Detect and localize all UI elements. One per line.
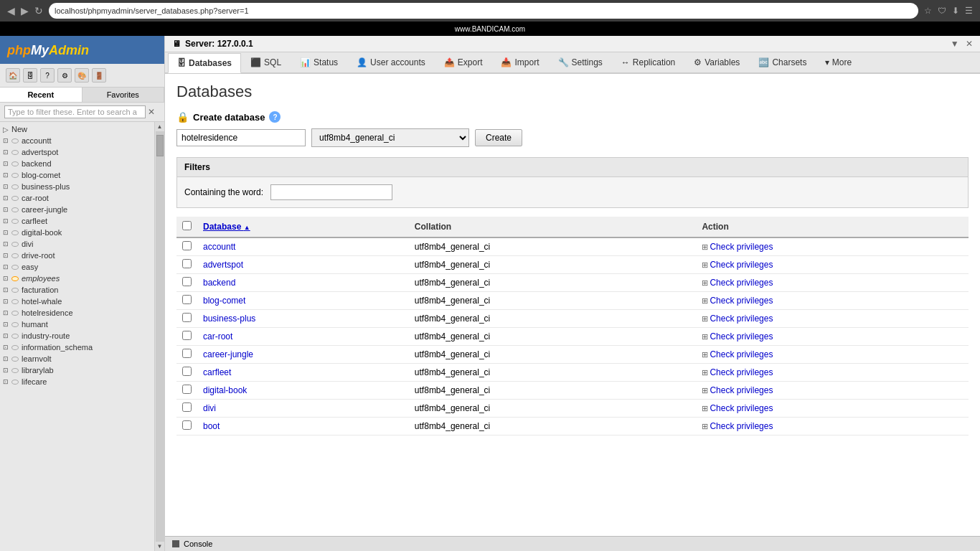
check-privileges-link[interactable]: Check privileges [710, 349, 773, 359]
row-checkbox[interactable] [182, 295, 192, 304]
menu-icon[interactable]: ☰ [965, 6, 973, 16]
sidebar-item-employees[interactable]: ⊡ employees [0, 273, 154, 284]
scrollbar-up-btn[interactable]: ▲ [156, 122, 164, 131]
row-checkbox[interactable] [182, 349, 192, 358]
tab-import[interactable]: 📥 Import [491, 52, 548, 72]
sidebar-item-humant[interactable]: ⊡ humant [0, 319, 154, 330]
row-checkbox[interactable] [182, 331, 192, 340]
db-name-link[interactable]: accountt [203, 242, 235, 252]
sidebar-item-new[interactable]: ▷ New [0, 123, 154, 135]
forward-button[interactable]: ▶ [21, 5, 29, 17]
row-checkbox[interactable] [182, 241, 192, 250]
row-checkbox[interactable] [182, 277, 192, 286]
row-checkbox[interactable] [182, 313, 192, 322]
filters-header[interactable]: Filters [177, 158, 968, 177]
tab-sql[interactable]: ⬛ SQL [241, 52, 291, 72]
sidebar-item-divi[interactable]: ⊡ divi [0, 238, 154, 250]
sidebar-item-drive-root[interactable]: ⊡ drive-root [0, 250, 154, 261]
tab-charsets[interactable]: 🔤 Charsets [749, 52, 816, 72]
back-button[interactable]: ◀ [7, 5, 15, 17]
tab-user-accounts[interactable]: 👤 User accounts [347, 52, 435, 72]
tab-recent[interactable]: Recent [0, 88, 83, 102]
theme-icon[interactable]: 🎨 [75, 68, 89, 83]
check-privileges-link[interactable]: Check privileges [710, 367, 773, 377]
tab-databases[interactable]: 🗄 Databases [168, 53, 241, 73]
sidebar-item-car-root[interactable]: ⊡ car-root [0, 192, 154, 204]
sidebar-item-lifecare[interactable]: ⊡ lifecare [0, 376, 154, 387]
close-icon[interactable]: ✕ [966, 39, 973, 49]
scrollbar-thumb[interactable] [156, 135, 164, 156]
sidebar-item-digital-book[interactable]: ⊡ digital-book [0, 227, 154, 238]
logout-icon[interactable]: 🚪 [92, 68, 106, 83]
db-name-link[interactable]: carfleet [203, 367, 231, 377]
sidebar-item-information-schema[interactable]: ⊡ information_schema [0, 342, 154, 353]
sidebar-item-carfleet[interactable]: ⊡ carfleet [0, 215, 154, 227]
check-privileges-link[interactable]: Check privileges [710, 242, 773, 252]
check-privileges-link[interactable]: Check privileges [710, 421, 773, 431]
db-name-link[interactable]: boot [203, 421, 220, 431]
help-icon-btn[interactable]: ? [40, 68, 55, 83]
sidebar-item-hotel-whale[interactable]: ⊡ hotel-whale [0, 296, 154, 307]
bookmark-icon[interactable]: ☆ [924, 6, 932, 16]
tab-status[interactable]: 📊 Status [291, 52, 347, 72]
collation-select[interactable]: utf8mb4_general_ci utf8_general_ci latin… [311, 128, 469, 147]
tab-favorites[interactable]: Favorites [83, 88, 165, 102]
create-db-button[interactable]: Create [475, 129, 522, 146]
address-bar[interactable]: localhost/phpmyadmin/server_databases.ph… [49, 3, 918, 19]
db-name-link[interactable]: career-jungle [203, 349, 253, 359]
sidebar-scrollbar[interactable]: ▲ ▼ [154, 122, 164, 551]
search-clear-icon[interactable]: ✕ [148, 107, 155, 117]
db-icon[interactable]: 🗄 [23, 68, 37, 83]
tab-export[interactable]: 📤 Export [435, 52, 492, 72]
sidebar-item-easy[interactable]: ⊡ easy [0, 261, 154, 273]
tab-variables[interactable]: ⚙ Variables [684, 52, 749, 72]
sidebar-item-backend[interactable]: ⊡ backend [0, 158, 154, 169]
sidebar-item-blog-comet[interactable]: ⊡ blog-comet [0, 169, 154, 181]
row-checkbox[interactable] [182, 385, 192, 394]
db-name-link[interactable]: divi [203, 403, 216, 413]
row-checkbox[interactable] [182, 420, 192, 430]
check-privileges-link[interactable]: Check privileges [710, 260, 773, 270]
tab-settings[interactable]: 🔧 Settings [549, 52, 612, 72]
help-icon[interactable]: ? [269, 111, 281, 123]
sidebar-item-advertspot[interactable]: ⊡ advertspot [0, 146, 154, 158]
database-sort-link[interactable]: Database [203, 222, 250, 232]
collapse-icon[interactable]: ▼ [951, 39, 959, 49]
filter-input[interactable] [270, 184, 392, 200]
check-privileges-link[interactable]: Check privileges [710, 314, 773, 324]
sidebar-item-facturation[interactable]: ⊡ facturation [0, 284, 154, 296]
select-all-checkbox[interactable] [182, 221, 192, 230]
tab-replication[interactable]: ↔ Replication [612, 52, 684, 72]
sidebar-search-input[interactable] [4, 105, 146, 118]
sidebar-item-learnvolt[interactable]: ⊡ learnvolt [0, 353, 154, 364]
db-name-link[interactable]: digital-book [203, 385, 247, 395]
check-privileges-link[interactable]: Check privileges [710, 331, 773, 342]
scrollbar-down-btn[interactable]: ▼ [156, 542, 164, 551]
home-icon[interactable]: 🏠 [6, 68, 20, 83]
refresh-button[interactable]: ↻ [34, 5, 43, 17]
download-icon[interactable]: ⬇ [952, 6, 959, 16]
check-privileges-link[interactable]: Check privileges [710, 385, 773, 395]
db-name-link[interactable]: blog-comet [203, 296, 245, 306]
console-bar[interactable]: Console [165, 536, 980, 551]
row-checkbox[interactable] [182, 402, 192, 412]
sidebar-item-industry-route[interactable]: ⊡ industry-route [0, 330, 154, 342]
sidebar-item-hotelresidence[interactable]: ⊡ hotelresidence [0, 307, 154, 319]
check-privileges-link[interactable]: Check privileges [710, 403, 773, 413]
check-privileges-link[interactable]: Check privileges [710, 278, 773, 288]
sidebar-item-accountt[interactable]: ⊡ accountt [0, 135, 154, 146]
sidebar-item-career-jungle[interactable]: ⊡ career-jungle [0, 204, 154, 215]
table-header-database[interactable]: Database [197, 217, 409, 237]
check-privileges-link[interactable]: Check privileges [710, 296, 773, 306]
create-db-input[interactable] [176, 129, 306, 146]
sidebar-item-business-plus[interactable]: ⊡ business-plus [0, 181, 154, 192]
db-name-link[interactable]: car-root [203, 331, 232, 342]
db-name-link[interactable]: advertspot [203, 260, 243, 270]
db-name-link[interactable]: backend [203, 278, 235, 288]
sidebar-item-librarylab[interactable]: ⊡ librarylab [0, 364, 154, 376]
settings-icon[interactable]: ⚙ [57, 68, 72, 83]
row-checkbox[interactable] [182, 259, 192, 268]
row-checkbox[interactable] [182, 367, 192, 376]
db-name-link[interactable]: business-plus [203, 314, 255, 324]
tab-more[interactable]: ▾ More [816, 52, 861, 72]
